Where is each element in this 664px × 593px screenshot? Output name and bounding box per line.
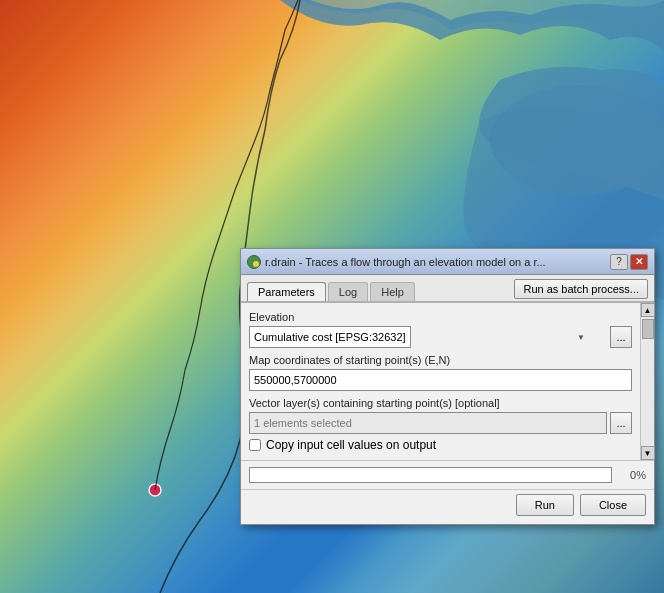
help-button[interactable]: ?: [610, 254, 628, 270]
dialog: r.drain - Traces a flow through an eleva…: [240, 248, 655, 525]
map-coords-input[interactable]: 550000,5700000: [249, 369, 632, 391]
vector-label: Vector layer(s) containing starting poin…: [249, 397, 632, 409]
elevation-browse-button[interactable]: ...: [610, 326, 632, 348]
grass-icon: [247, 255, 261, 269]
run-batch-button[interactable]: Run as batch process...: [514, 279, 648, 299]
tab-bar: Parameters Log Help Run as batch process…: [241, 275, 654, 303]
vector-input[interactable]: [249, 412, 607, 434]
scroll-thumb[interactable]: [642, 319, 654, 339]
elevation-select[interactable]: Cumulative cost [EPSG:32632]: [249, 326, 411, 348]
elevation-row: Cumulative cost [EPSG:32632] ...: [249, 326, 632, 348]
dialog-title: r.drain - Traces a flow through an eleva…: [265, 256, 546, 268]
close-button[interactable]: ✕: [630, 254, 648, 270]
title-bar: r.drain - Traces a flow through an eleva…: [241, 249, 654, 275]
map-coords-label: Map coordinates of starting point(s) (E,…: [249, 354, 632, 366]
progress-bar-area: 0%: [241, 460, 654, 489]
copy-input-checkbox[interactable]: [249, 439, 261, 451]
progress-track: [249, 467, 612, 483]
tab-parameters[interactable]: Parameters: [247, 282, 326, 301]
bottom-buttons: Run Close: [241, 489, 654, 524]
vector-browse-button[interactable]: ...: [610, 412, 632, 434]
vector-row: ...: [249, 412, 632, 434]
title-controls: ? ✕: [610, 254, 648, 270]
copy-input-label: Copy input cell values on output: [266, 438, 436, 452]
title-left: r.drain - Traces a flow through an eleva…: [247, 255, 546, 269]
scroll-down-arrow[interactable]: ▼: [641, 446, 655, 460]
map-coords-row: 550000,5700000: [249, 369, 632, 391]
content-scroll: Elevation Cumulative cost [EPSG:32632] .…: [241, 303, 654, 460]
run-button[interactable]: Run: [516, 494, 574, 516]
scroll-up-arrow[interactable]: ▲: [641, 303, 655, 317]
elevation-select-wrapper: Cumulative cost [EPSG:32632]: [249, 326, 607, 348]
copy-input-row: Copy input cell values on output: [249, 438, 632, 452]
close-dialog-button[interactable]: Close: [580, 494, 646, 516]
progress-label: 0%: [618, 469, 646, 481]
tab-help[interactable]: Help: [370, 282, 415, 301]
form-area: Elevation Cumulative cost [EPSG:32632] .…: [241, 303, 640, 460]
vertical-scrollbar[interactable]: ▲ ▼: [640, 303, 654, 460]
elevation-label: Elevation: [249, 311, 632, 323]
tab-log[interactable]: Log: [328, 282, 368, 301]
